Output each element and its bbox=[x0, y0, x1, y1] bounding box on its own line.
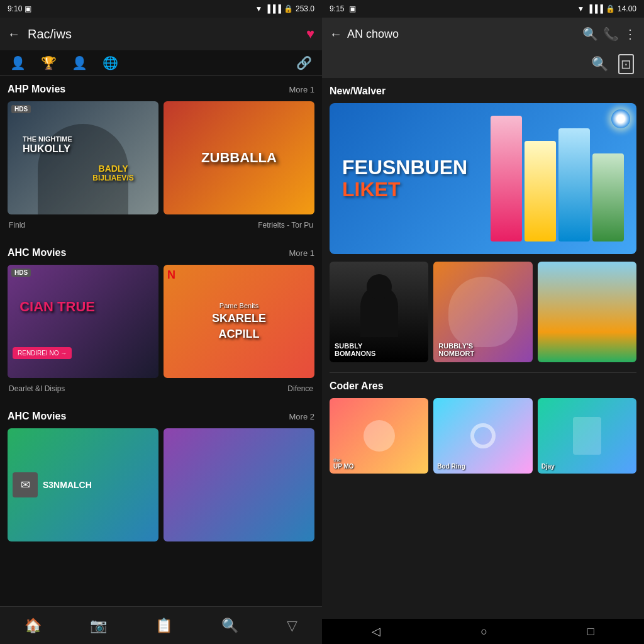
right-status-bar: 9:15 ▣ ▼ ▐▐▐ 🔒 14.00 bbox=[322, 0, 644, 18]
section-ahc-title: AHC Movies bbox=[8, 247, 66, 258]
hero-title-block: FEUSNBUEN LIKET bbox=[342, 157, 467, 201]
tab-icon-globe[interactable]: 🌐 bbox=[103, 55, 118, 70]
right-screen-title: AN chowo bbox=[347, 28, 577, 41]
right-home-android[interactable]: ○ bbox=[480, 625, 487, 638]
left-panel: 9:10 ▣ ▼ ▐▐▐ 🔒 253.0 ← Rac/iws ♥ 👤 🏆 👤 🌐… bbox=[0, 0, 322, 644]
right-search-icon[interactable]: 🔍 bbox=[582, 26, 598, 42]
left-back-button[interactable]: ← bbox=[8, 27, 20, 42]
ahc2-movie-row: ✉ S3NMALCH bbox=[8, 428, 314, 541]
r-card-warm[interactable]: RUBBLY'SNOMBORT bbox=[433, 262, 532, 362]
section-ahc2-title: AHC Movies bbox=[8, 411, 66, 422]
right-search-bar: 🔍 ⊡ bbox=[322, 50, 644, 78]
ahp-label-2: Fetrielts - Tor Pu bbox=[258, 218, 313, 235]
r-card-1-title: SUBBLYBOMANONS bbox=[335, 342, 423, 357]
nav-search[interactable]: 🔍 bbox=[221, 618, 238, 634]
right-more-icon[interactable]: ⋮ bbox=[624, 26, 636, 42]
left-wifi-icon: ▼ bbox=[255, 4, 263, 13]
cta-label-1: RENDIREI NO → bbox=[18, 350, 67, 357]
section-ahc2-more[interactable]: More 2 bbox=[289, 412, 314, 421]
ahc2-card-2[interactable] bbox=[164, 428, 314, 541]
right-battery: 14.00 bbox=[618, 4, 636, 13]
section-ahp-title: AHP Movies bbox=[8, 84, 65, 95]
right-search-bar-icon[interactable]: 🔍 bbox=[591, 56, 608, 72]
tab-icon-share[interactable]: 🔗 bbox=[296, 55, 312, 70]
right-notif-icon: ▣ bbox=[349, 4, 356, 13]
right-signal-icon: ▐▐▐ bbox=[587, 4, 603, 13]
ahc-card-2[interactable]: Pame Benits SKARELE ACPILL N bbox=[164, 265, 314, 378]
rs-card-djay[interactable]: Djay bbox=[538, 398, 636, 474]
nav-down[interactable]: ▽ bbox=[287, 618, 297, 634]
right-back-button[interactable]: ← bbox=[330, 27, 342, 42]
cta-button-1[interactable]: RENDIREI NO → bbox=[13, 347, 72, 359]
rs-card-bodring-title: Bod Ring bbox=[437, 463, 528, 470]
ahp-card-1[interactable]: THE NIGHTIME HUKOLLY BADLY BIJLIAEV/S HD… bbox=[8, 101, 158, 214]
right-time: 9:15 bbox=[330, 4, 344, 13]
rs-card-upmo-title: theUP MO bbox=[333, 456, 425, 470]
sun-decoration bbox=[611, 109, 630, 128]
rs-card-bodring[interactable]: Bod Ring bbox=[433, 398, 532, 474]
right-scroll: New/Walver FEUSNBUEN LIKET bbox=[322, 78, 644, 619]
hds-badge-2: HDS bbox=[11, 269, 31, 277]
section-ahp-header: AHP Movies More 1 bbox=[8, 84, 314, 95]
silhouette bbox=[360, 287, 398, 337]
hero-characters bbox=[491, 116, 624, 242]
left-bottom-nav: 🏠 📷 📋 🔍 ▽ bbox=[0, 606, 322, 644]
section-new-title: New/Walver bbox=[330, 86, 636, 97]
left-top-bar: ← Rac/iws ♥ bbox=[0, 18, 322, 50]
nav-home[interactable]: 🏠 bbox=[25, 618, 42, 634]
character-3 bbox=[558, 128, 590, 242]
hero-title-line1: FEUSNBUEN bbox=[342, 157, 467, 179]
icon-tabs: 👤 🏆 👤 🌐 🔗 bbox=[0, 50, 322, 76]
ahc-label-2: Difence bbox=[287, 382, 313, 398]
ahc-movie-row: CIAN TRUE RENDIREI NO → HDS Pame Benits … bbox=[8, 265, 314, 378]
character-4 bbox=[592, 153, 624, 242]
left-time: 9:10 bbox=[8, 4, 22, 13]
left-scroll-content: AHP Movies More 1 THE NIGHTIME HUKOLLY B… bbox=[0, 76, 322, 619]
rs-card-upmo[interactable]: theUP MO bbox=[330, 398, 428, 474]
character-2 bbox=[525, 141, 556, 242]
right-lock-icon: 🔒 bbox=[606, 4, 615, 13]
ahp-card-2[interactable]: ZUBBALLA bbox=[164, 101, 314, 214]
section-divider bbox=[330, 372, 636, 373]
hero-banner[interactable]: FEUSNBUEN LIKET bbox=[330, 103, 636, 254]
left-heart-icon[interactable]: ♥ bbox=[306, 26, 314, 42]
tab-icon-person2[interactable]: 👤 bbox=[72, 55, 87, 70]
section-ahp-more[interactable]: More 1 bbox=[289, 85, 314, 94]
section-ahc-more[interactable]: More 1 bbox=[289, 248, 314, 258]
section-new: New/Walver FEUSNBUEN LIKET bbox=[330, 86, 636, 362]
right-grid-icon[interactable]: ⊡ bbox=[618, 54, 634, 74]
nav-list[interactable]: 📋 bbox=[155, 618, 172, 634]
left-notification-icon: ▣ bbox=[25, 4, 31, 13]
right-android-bar: ◁ ○ □ bbox=[322, 619, 644, 644]
left-status-bar: 9:10 ▣ ▼ ▐▐▐ 🔒 253.0 bbox=[0, 0, 322, 18]
section-ahc2: AHC Movies More 2 ✉ S3NMALCH bbox=[0, 403, 322, 547]
coder-grid: theUP MO Bod Ring Djay bbox=[330, 398, 636, 474]
tab-icon-person[interactable]: 👤 bbox=[10, 55, 26, 70]
section-ahp: AHP Movies More 1 THE NIGHTIME HUKOLLY B… bbox=[0, 76, 322, 240]
ahc2-card-1[interactable]: ✉ S3NMALCH bbox=[8, 428, 158, 541]
left-battery: 253.0 bbox=[296, 4, 314, 13]
right-wifi-icon: ▼ bbox=[577, 4, 585, 13]
character-1 bbox=[491, 116, 522, 242]
hds-badge-1: HDS bbox=[11, 105, 31, 113]
r-card-black[interactable]: SUBBLYBOMANONS bbox=[330, 262, 428, 362]
right-back-android[interactable]: ◁ bbox=[372, 625, 380, 638]
right-status-right: ▼ ▐▐▐ 🔒 14.00 bbox=[577, 4, 636, 13]
movie-grid-3: SUBBLYBOMANONS RUBBLY'SNOMBORT bbox=[330, 262, 636, 362]
right-phone-icon[interactable]: 📞 bbox=[603, 26, 619, 42]
ahp-movie-row: THE NIGHTIME HUKOLLY BADLY BIJLIAEV/S HD… bbox=[8, 101, 314, 214]
tab-icon-trophy[interactable]: 🏆 bbox=[41, 55, 57, 70]
rs-card-djay-title: Djay bbox=[541, 463, 633, 470]
nav-camera[interactable]: 📷 bbox=[90, 618, 107, 634]
right-top-bar: ← AN chowo 🔍 📞 ⋮ bbox=[322, 18, 644, 50]
r-card-2-title: RUBBLY'SNOMBORT bbox=[438, 342, 527, 357]
section-coder: Coder Ares theUP MO Bod Ring bbox=[330, 380, 636, 474]
ahc2-card-title: S3NMALCH bbox=[43, 480, 92, 490]
section-ahc: AHC Movies More 1 CIAN TRUE RENDIREI NO … bbox=[0, 240, 322, 403]
right-recent-android[interactable]: □ bbox=[587, 625, 594, 638]
section-coder-title: Coder Ares bbox=[330, 380, 636, 392]
section-ahc-header: AHC Movies More 1 bbox=[8, 247, 314, 258]
ahc-card-1[interactable]: CIAN TRUE RENDIREI NO → HDS bbox=[8, 265, 158, 378]
r-card-beach[interactable] bbox=[538, 262, 636, 362]
section-ahc2-header: AHC Movies More 2 bbox=[8, 411, 314, 422]
